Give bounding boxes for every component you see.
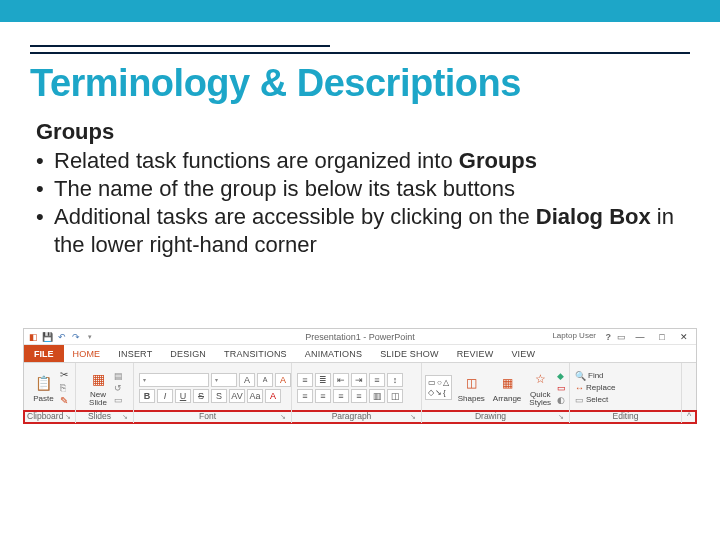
- tab-transitions[interactable]: TRANSITIONS: [215, 345, 296, 362]
- bullet-item: Related task functions are organized int…: [36, 147, 690, 175]
- tab-insert[interactable]: INSERT: [109, 345, 161, 362]
- reset-icon[interactable]: ↺: [114, 383, 123, 393]
- bullet-list: Related task functions are organized int…: [36, 147, 690, 260]
- bullet-item: Additional tasks are accessible by click…: [36, 203, 690, 259]
- change-case-button[interactable]: Aa: [247, 389, 263, 403]
- replace-icon: ↔: [575, 383, 584, 393]
- new-slide-icon: ▦: [88, 369, 108, 389]
- qat-expand-icon[interactable]: ▾: [84, 331, 95, 342]
- decrease-font-icon[interactable]: A: [257, 373, 273, 387]
- shape-effects-icon[interactable]: ◐: [557, 395, 566, 405]
- justify-button[interactable]: ≡: [351, 389, 367, 403]
- redo-icon[interactable]: ↷: [70, 331, 81, 342]
- group-slides: ▦ New Slide ▤ ↺ ▭ Slides ↘: [76, 363, 134, 423]
- shape-fill-icon[interactable]: ◆: [557, 371, 566, 381]
- strikethrough-button[interactable]: S: [193, 389, 209, 403]
- powerpoint-icon: ◧: [28, 331, 39, 342]
- align-left-button[interactable]: ≡: [297, 389, 313, 403]
- dialog-launcher-icon[interactable]: ↘: [120, 412, 130, 422]
- tab-animations[interactable]: ANIMATIONS: [296, 345, 371, 362]
- section-icon[interactable]: ▭: [114, 395, 123, 405]
- align-right-button[interactable]: ≡: [333, 389, 349, 403]
- font-family-selector[interactable]: [139, 373, 209, 387]
- group-label: Editing: [573, 410, 678, 423]
- dialog-launcher-icon[interactable]: ↘: [408, 412, 418, 422]
- new-slide-button[interactable]: ▦ New Slide: [86, 369, 110, 407]
- file-tab[interactable]: FILE: [24, 345, 64, 362]
- italic-button[interactable]: I: [157, 389, 173, 403]
- layout-icon[interactable]: ▤: [114, 371, 123, 381]
- decrease-indent-button[interactable]: ⇤: [333, 373, 349, 387]
- maximize-button[interactable]: □: [654, 330, 670, 344]
- dialog-launcher-icon[interactable]: ↘: [63, 412, 72, 422]
- collapse-ribbon-icon[interactable]: ^: [682, 363, 696, 423]
- tab-home[interactable]: HOME: [64, 345, 110, 362]
- close-button[interactable]: ✕: [676, 330, 692, 344]
- minimize-button[interactable]: —: [632, 330, 648, 344]
- arrange-icon: ▦: [497, 373, 517, 393]
- header-rule-long: [30, 52, 690, 54]
- content: Terminology & Descriptions Groups Relate…: [30, 0, 690, 260]
- shape-outline-icon[interactable]: ▭: [557, 383, 566, 393]
- find-button[interactable]: 🔍Find: [575, 371, 604, 381]
- ribbon-options-icon[interactable]: ▭: [617, 332, 626, 342]
- group-label: Clipboard: [27, 410, 63, 423]
- paste-button[interactable]: 📋 Paste: [31, 373, 55, 403]
- header-band: [0, 0, 720, 22]
- numbering-button[interactable]: ≣: [315, 373, 331, 387]
- bold-button[interactable]: B: [139, 389, 155, 403]
- quick-styles-icon: ☆: [530, 369, 550, 389]
- format-painter-icon[interactable]: ✎: [60, 395, 68, 406]
- tab-view[interactable]: VIEW: [502, 345, 544, 362]
- font-size-selector[interactable]: [211, 373, 237, 387]
- cut-icon[interactable]: ✂: [60, 369, 68, 380]
- columns-button[interactable]: ▥: [369, 389, 385, 403]
- clear-formatting-icon[interactable]: A: [275, 373, 291, 387]
- group-paragraph: ≡ ≣ ⇤ ⇥ ≡ ↕ ≡ ≡ ≡ ≡ ▥ ◫: [292, 363, 422, 423]
- find-icon: 🔍: [575, 371, 586, 381]
- subhead: Groups: [36, 119, 690, 145]
- font-color-button[interactable]: A: [265, 389, 281, 403]
- char-spacing-button[interactable]: AV: [229, 389, 245, 403]
- group-label: Font: [137, 410, 278, 423]
- header-rule-short: [30, 45, 330, 47]
- group-label: Drawing: [425, 410, 556, 423]
- shadow-button[interactable]: S: [211, 389, 227, 403]
- underline-button[interactable]: U: [175, 389, 191, 403]
- ribbon-body: 📋 Paste ✂ ⎘ ✎ Clipboard ↘: [24, 363, 696, 423]
- tab-slideshow[interactable]: SLIDE SHOW: [371, 345, 448, 362]
- shapes-icon: ◫: [461, 373, 481, 393]
- title-bar: ◧ 💾 ↶ ↷ ▾ Presentation1 - PowerPoint ? ▭…: [24, 329, 696, 345]
- shapes-button[interactable]: ◫ Shapes: [456, 373, 487, 403]
- quick-access-toolbar: ◧ 💾 ↶ ↷ ▾: [28, 331, 95, 342]
- shape-gallery[interactable]: ▭○△ ◇↘{: [425, 375, 452, 400]
- group-label: Paragraph: [295, 410, 408, 423]
- account-name[interactable]: Laptop User: [552, 331, 596, 340]
- increase-indent-button[interactable]: ⇥: [351, 373, 367, 387]
- save-icon[interactable]: 💾: [42, 331, 53, 342]
- smartart-button[interactable]: ◫: [387, 389, 403, 403]
- text-direction-button[interactable]: ↕: [387, 373, 403, 387]
- tab-review[interactable]: REVIEW: [448, 345, 503, 362]
- copy-icon[interactable]: ⎘: [60, 382, 68, 393]
- group-clipboard: 📋 Paste ✂ ⎘ ✎ Clipboard ↘: [24, 363, 76, 423]
- select-button[interactable]: ▭Select: [575, 395, 608, 405]
- ribbon-screenshot: ◧ 💾 ↶ ↷ ▾ Presentation1 - PowerPoint ? ▭…: [23, 328, 697, 424]
- align-center-button[interactable]: ≡: [315, 389, 331, 403]
- slide: Terminology & Descriptions Groups Relate…: [0, 0, 720, 540]
- slide-title: Terminology & Descriptions: [30, 62, 690, 105]
- ribbon-tabs: FILE HOME INSERT DESIGN TRANSITIONS ANIM…: [24, 345, 696, 363]
- help-icon[interactable]: ?: [606, 332, 612, 342]
- increase-font-icon[interactable]: A: [239, 373, 255, 387]
- bullets-button[interactable]: ≡: [297, 373, 313, 387]
- tab-design[interactable]: DESIGN: [161, 345, 215, 362]
- dialog-launcher-icon[interactable]: ↘: [556, 412, 566, 422]
- arrange-button[interactable]: ▦ Arrange: [491, 373, 523, 403]
- quick-styles-button[interactable]: ☆ Quick Styles: [527, 369, 553, 407]
- select-icon: ▭: [575, 395, 584, 405]
- group-label: Slides: [79, 410, 120, 423]
- dialog-launcher-icon[interactable]: ↘: [278, 412, 288, 422]
- replace-button[interactable]: ↔Replace: [575, 383, 615, 393]
- line-spacing-button[interactable]: ≡: [369, 373, 385, 387]
- undo-icon[interactable]: ↶: [56, 331, 67, 342]
